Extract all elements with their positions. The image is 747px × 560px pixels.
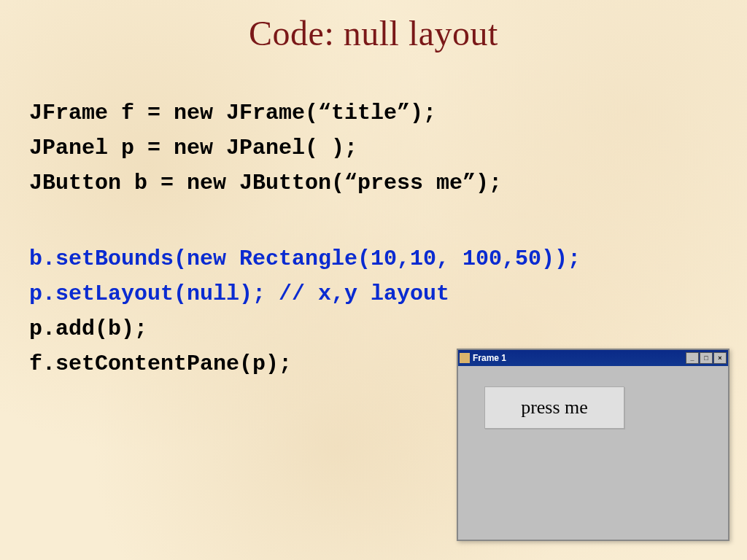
close-button[interactable]: ×	[713, 352, 727, 364]
window-body: press me	[458, 366, 728, 540]
minimize-button[interactable]: _	[686, 352, 699, 364]
press-me-button[interactable]: press me	[484, 386, 624, 429]
titlebar[interactable]: Frame 1 _ □ ×	[458, 350, 728, 366]
code-line: b.setBounds(new Rectangle(10,10, 100,50)…	[29, 241, 747, 276]
code-line: p.setLayout(null); // x,y layout	[29, 276, 747, 311]
window-title: Frame 1	[473, 353, 685, 363]
code-line: JButton b = new JButton(“press me”);	[29, 166, 747, 201]
demo-window: Frame 1 _ □ × press me	[457, 349, 729, 541]
code-line: JFrame f = new JFrame(“title”);	[29, 96, 747, 131]
maximize-button[interactable]: □	[700, 352, 713, 364]
java-icon	[460, 353, 470, 363]
slide-title: Code: null layout	[0, 0, 747, 53]
code-line: p.add(b);	[29, 311, 747, 346]
code-block: JFrame f = new JFrame(“title”); JPanel p…	[29, 96, 747, 381]
code-line: JPanel p = new JPanel( );	[29, 131, 747, 166]
